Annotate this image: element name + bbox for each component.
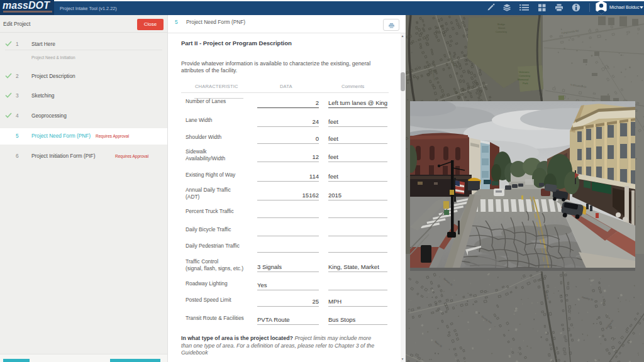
svg-text:Bridge: Bridge xyxy=(497,23,506,26)
svg-text:Street: Street xyxy=(498,26,506,30)
svg-text:Cemetery: Cemetery xyxy=(519,74,531,77)
svg-text:Veterans: Veterans xyxy=(519,70,530,74)
svg-text:Cemetery: Cemetery xyxy=(496,30,508,33)
svg-text:Memorial: Memorial xyxy=(518,78,528,81)
svg-text:Park: Park xyxy=(523,82,529,85)
